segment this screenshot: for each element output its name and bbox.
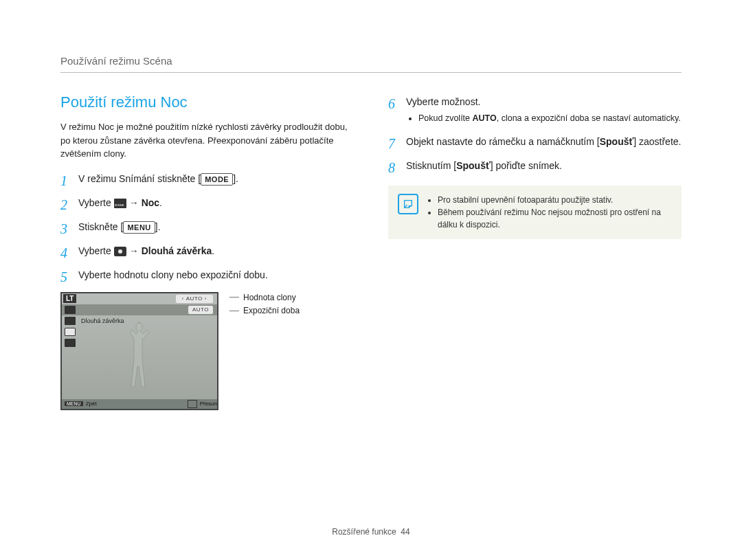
step-4: 4 Vyberte →Dlouhá závěrka.	[60, 244, 354, 258]
step-text: Vyberte	[78, 197, 114, 208]
step-text: Objekt nastavte do rámečku a namáčknutím…	[406, 136, 600, 147]
step-number: 2	[60, 194, 76, 215]
lcd-grid-icon	[65, 317, 76, 325]
step-text: Vyberte	[78, 245, 114, 256]
step-number: 4	[60, 243, 76, 263]
step-number: 6	[388, 93, 403, 114]
note-list: Pro stabilní upevnění fotoaparátu použij…	[427, 194, 672, 231]
page-footer: Rozšířené funkce 44	[0, 527, 742, 537]
menu-button-label: MENU	[123, 221, 155, 234]
shutter-bold: Spoušť	[600, 136, 634, 147]
lcd-auto-pill: ‹ AUTO ›	[176, 295, 213, 303]
chevron-right-icon: ›	[205, 295, 207, 302]
step-number: 8	[388, 157, 403, 178]
mode-button-label: MODE	[201, 173, 233, 186]
arrow-icon: →	[129, 245, 139, 256]
steps-left: 1 V režimu Snímání stiskněte [MODE]. 2 V…	[60, 172, 354, 282]
step-text: ] pořiďte snímek.	[491, 160, 562, 171]
left-column: Použití režimu Noc V režimu Noc je možné…	[60, 93, 354, 410]
page-header: Používání režimu Scéna	[60, 55, 682, 73]
step-1: 1 V režimu Snímání stiskněte [MODE].	[60, 172, 354, 186]
step-text: Stisknutím [	[406, 160, 456, 171]
step-number: 3	[60, 219, 76, 239]
step-8: 8 Stisknutím [Spoušť] pořiďte snímek.	[388, 159, 682, 173]
lcd-plus-icon	[65, 328, 76, 336]
lcd-hand-icon	[65, 339, 76, 347]
note-icon	[398, 194, 418, 214]
callout-exposure: Expoziční doba	[243, 305, 300, 317]
lcd-auto-pill-2: AUTO	[188, 306, 213, 314]
step-text: ] zaostřete.	[633, 136, 681, 147]
step-text: ].	[233, 173, 238, 184]
substep-text: Pokud zvolíte	[418, 113, 473, 123]
lcd-bottom-bar: MENU Zpět Přesun	[62, 399, 217, 409]
shutter-bold: Spoušť	[456, 160, 491, 171]
lcd-nav-icon	[188, 400, 197, 408]
lcd-back-text: Zpět	[86, 401, 97, 407]
section-title: Použití režimu Noc	[60, 93, 354, 111]
step-6-sub: Pokud zvolíte AUTO, clona a expoziční do…	[418, 112, 682, 125]
camera-icon	[114, 247, 126, 256]
step-3: 3 Stiskněte [MENU].	[60, 220, 354, 234]
step-number: 1	[60, 170, 76, 191]
callout-aperture: Hodnota clony	[243, 292, 296, 304]
step-text: V režimu Snímání stiskněte [	[78, 173, 201, 184]
lcd-size-icon	[65, 306, 76, 314]
lcd-auto-text: AUTO	[186, 295, 203, 302]
intro-text: V režimu Noc je možné použitím nízké ryc…	[60, 120, 354, 161]
step-text: Vyberte možnost.	[406, 96, 480, 107]
lcd-long-shutter-label: Dlouhá závěrka	[81, 317, 124, 324]
step-text: ].	[155, 221, 161, 232]
step-6: 6 Vyberte možnost. Pokud zvolíte AUTO, c…	[388, 95, 682, 125]
footer-section: Rozšířené funkce	[332, 527, 396, 537]
step-text: Vyberte hodnotu clony nebo expoziční dob…	[78, 269, 268, 280]
note-box: Pro stabilní upevnění fotoaparátu použij…	[388, 186, 682, 239]
step-5: 5 Vyberte hodnotu clony nebo expoziční d…	[60, 268, 354, 282]
step-target: Dlouhá závěrka	[142, 245, 212, 256]
step-7: 7 Objekt nastavte do rámečku a namáčknut…	[388, 135, 682, 149]
chevron-left-icon: ‹	[182, 295, 184, 302]
step-text: Stiskněte [	[78, 221, 123, 232]
lcd-auto-text: AUTO	[192, 306, 209, 313]
step-2: 2 Vyberte →Noc.	[60, 196, 354, 210]
scene-icon	[114, 199, 126, 208]
lcd-lt-badge: LT	[63, 294, 76, 303]
auto-bold: AUTO	[473, 113, 497, 123]
footer-page-number: 44	[401, 527, 409, 537]
arrow-icon: →	[129, 197, 139, 208]
lcd-menu-tag: MENU	[65, 401, 83, 406]
lcd-screen: LT ‹ AUTO › AUTO	[60, 292, 218, 410]
step-target: Noc	[142, 197, 159, 208]
lcd-illustration-wrap: LT ‹ AUTO › AUTO	[60, 292, 354, 410]
lcd-callouts: Hodnota clony Expoziční doba	[229, 292, 300, 320]
person-silhouette-icon	[124, 322, 151, 398]
steps-right: 6 Vyberte možnost. Pokud zvolíte AUTO, c…	[388, 95, 682, 173]
step-number: 7	[388, 133, 403, 154]
substep-text: , clona a expoziční doba se nastaví auto…	[497, 113, 681, 123]
note-item: Pro stabilní upevnění fotoaparátu použij…	[438, 194, 672, 206]
lcd-move-text: Přesun	[200, 401, 217, 407]
note-item: Během používání režimu Noc nejsou možnos…	[438, 206, 672, 231]
step-number: 5	[60, 267, 76, 287]
right-column: 6 Vyberte možnost. Pokud zvolíte AUTO, c…	[388, 93, 682, 410]
